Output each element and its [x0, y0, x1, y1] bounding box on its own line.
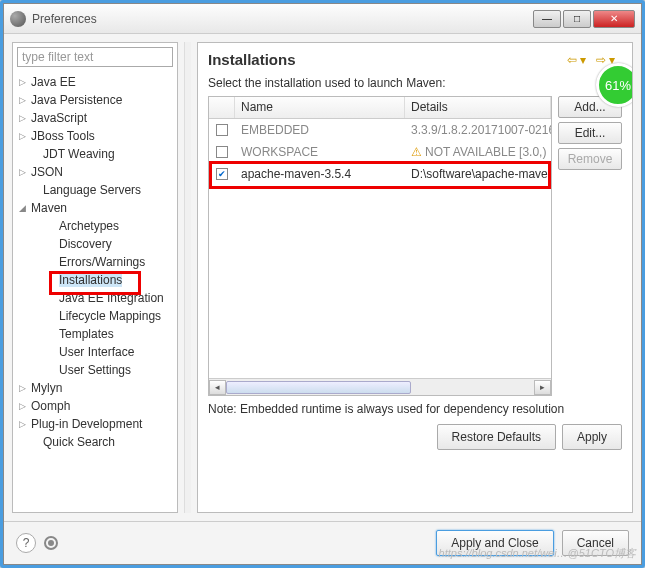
close-button[interactable]: ✕	[593, 10, 635, 28]
column-details[interactable]: Details	[405, 97, 551, 118]
tree-item[interactable]: ▷Mylyn	[13, 379, 177, 397]
help-button[interactable]: ?	[16, 533, 36, 553]
checkbox[interactable]	[216, 146, 228, 158]
tree-item[interactable]: ▷Plug-in Development	[13, 415, 177, 433]
tree-item[interactable]: User Settings	[13, 361, 177, 379]
tree-item[interactable]: Templates	[13, 325, 177, 343]
restore-defaults-button[interactable]: Restore Defaults	[437, 424, 556, 450]
minimize-button[interactable]: —	[533, 10, 561, 28]
warning-icon: ⚠	[411, 145, 422, 159]
edit-button[interactable]: Edit...	[558, 122, 622, 144]
preferences-tree[interactable]: ▷Java EE▷Java Persistence▷JavaScript▷JBo…	[13, 71, 177, 512]
tree-item[interactable]: Errors/Warnings	[13, 253, 177, 271]
checkbox[interactable]	[216, 124, 228, 136]
tree-item[interactable]: Lifecycle Mappings	[13, 307, 177, 325]
tree-item[interactable]: Quick Search	[13, 433, 177, 451]
tree-item[interactable]: ◢Maven	[13, 199, 177, 217]
tree-item[interactable]: ▷Java Persistence	[13, 91, 177, 109]
column-name[interactable]: Name	[235, 97, 405, 118]
tree-item[interactable]: Language Servers	[13, 181, 177, 199]
sidebar-scrollbar[interactable]	[184, 42, 191, 513]
tree-item[interactable]: Discovery	[13, 235, 177, 253]
tree-item[interactable]: User Interface	[13, 343, 177, 361]
sidebar: type filter text ▷Java EE▷Java Persisten…	[12, 42, 178, 513]
app-icon	[10, 11, 26, 27]
maximize-button[interactable]: □	[563, 10, 591, 28]
main-panel: Installations ⇦ ▾ ⇨ ▾ 61% Select the ins…	[197, 42, 633, 513]
apply-button[interactable]: Apply	[562, 424, 622, 450]
tree-item[interactable]: Java EE Integration	[13, 289, 177, 307]
progress-badge: 61%	[596, 63, 633, 107]
tree-item[interactable]: ▷JBoss Tools	[13, 127, 177, 145]
checkbox[interactable]: ✔	[216, 168, 228, 180]
titlebar: Preferences — □ ✕	[4, 4, 641, 34]
tree-item[interactable]: Archetypes	[13, 217, 177, 235]
installations-table[interactable]: Name Details EMBEDDED3.3.9/1.8.2.2017100…	[208, 96, 552, 396]
tree-item[interactable]: ▷Java EE	[13, 73, 177, 91]
note-text: Note: Embedded runtime is always used fo…	[208, 402, 622, 416]
remove-button: Remove	[558, 148, 622, 170]
watermark: https://blog.csdn.net/wei…@51CTO博客	[439, 546, 636, 561]
filter-input[interactable]: type filter text	[17, 47, 173, 67]
horizontal-scrollbar[interactable]: ◂▸	[209, 378, 551, 395]
page-title: Installations	[208, 51, 567, 68]
tree-item[interactable]: Installations	[13, 271, 177, 289]
table-row[interactable]: WORKSPACE⚠NOT AVAILABLE [3.0,)	[209, 141, 551, 163]
table-row[interactable]: ✔apache-maven-3.5.4D:\software\apache-ma…	[209, 163, 551, 185]
tree-item[interactable]: ▷Oomph	[13, 397, 177, 415]
record-icon[interactable]	[44, 536, 58, 550]
page-subtitle: Select the installation used to launch M…	[208, 76, 622, 90]
window-title: Preferences	[32, 12, 533, 26]
table-row[interactable]: EMBEDDED3.3.9/1.8.2.20171007-0216	[209, 119, 551, 141]
tree-item[interactable]: ▷JavaScript	[13, 109, 177, 127]
tree-item[interactable]: ▷JSON	[13, 163, 177, 181]
tree-item[interactable]: JDT Weaving	[13, 145, 177, 163]
